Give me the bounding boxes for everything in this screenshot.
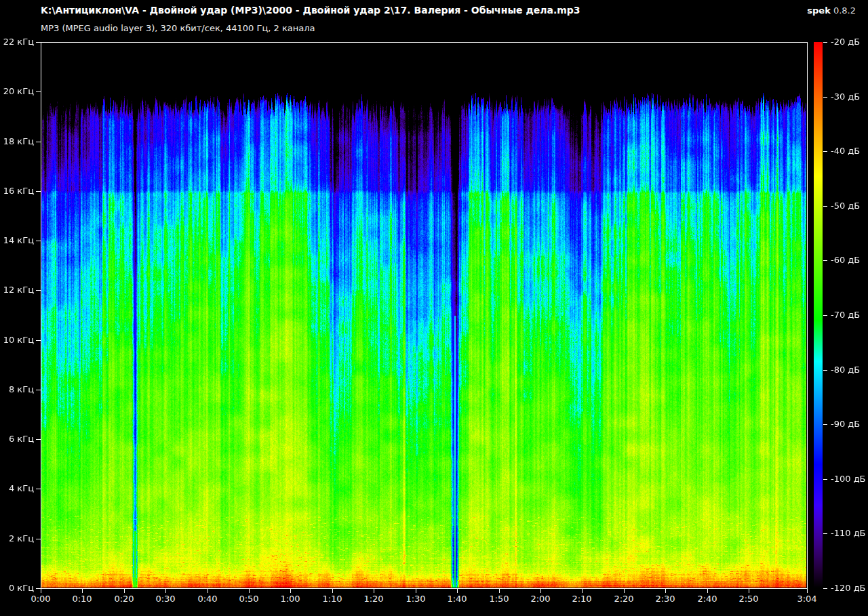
freq-tick-label: 12 кГц (1, 285, 34, 295)
db-tick (823, 315, 827, 316)
time-tick-label: 0:10 (67, 594, 97, 604)
freq-tick-label: 2 кГц (1, 534, 34, 543)
app-version-badge: spek 0.8.2 (807, 5, 856, 16)
time-tick (707, 589, 708, 593)
db-tick (823, 42, 827, 43)
db-tick (823, 424, 827, 425)
format-info: MP3 (MPEG audio layer 3), 320 кбит/сек, … (41, 23, 315, 33)
db-tick (823, 151, 827, 152)
time-tick-label: 1:50 (484, 594, 514, 604)
db-tick-label: -60 дБ (831, 255, 860, 265)
time-tick-label: 1:10 (317, 594, 347, 604)
freq-tick (36, 439, 41, 440)
time-tick-label: 0:40 (193, 594, 222, 604)
freq-tick (36, 241, 41, 241)
time-tick (807, 589, 808, 593)
time-tick (165, 589, 166, 593)
freq-tick-label: 22 кГц (1, 37, 34, 47)
db-tick-label: -20 дБ (831, 37, 860, 47)
time-tick (82, 589, 83, 593)
freq-tick-label: 16 кГц (1, 186, 34, 196)
time-tick-label: 3:04 (792, 594, 822, 604)
time-tick (624, 589, 625, 593)
time-tick-label: 2:40 (692, 594, 722, 604)
app-version-number: 0.8.2 (833, 5, 856, 16)
time-tick-label: 2:00 (526, 594, 555, 604)
db-tick-label: -50 дБ (831, 201, 860, 211)
time-tick-label: 1:30 (401, 594, 431, 604)
app-name: spek (807, 5, 831, 16)
time-tick (457, 589, 458, 593)
time-tick-label: 0:50 (234, 594, 264, 604)
freq-tick (36, 42, 41, 43)
db-tick (823, 206, 827, 207)
time-tick-label: 2:30 (650, 594, 680, 604)
freq-tick-label: 8 кГц (1, 385, 34, 394)
time-tick-label: 2:10 (567, 594, 597, 604)
freq-tick (36, 390, 41, 390)
time-tick-label: 2:20 (609, 594, 639, 604)
freq-tick-label: 10 кГц (1, 335, 34, 345)
time-tick (749, 589, 749, 593)
db-tick (823, 533, 827, 534)
db-tick (823, 479, 827, 480)
freq-tick-label: 20 кГц (1, 87, 34, 96)
db-tick-label: -90 дБ (831, 419, 860, 429)
spek-window: K:\Антициклон\VA - Двойной удар (MP3)\20… (0, 0, 868, 616)
time-tick-label: 1:00 (275, 594, 305, 604)
db-tick-label: -100 дБ (831, 474, 866, 484)
time-tick-label: 0:00 (26, 594, 56, 604)
db-tick-label: -70 дБ (831, 310, 860, 320)
freq-tick (36, 91, 41, 92)
time-tick (499, 589, 500, 593)
freq-tick (36, 539, 41, 539)
freq-tick (36, 191, 41, 192)
spectrogram-canvas (41, 43, 806, 588)
time-tick-label: 0:20 (109, 594, 139, 604)
colorbar-gradient (814, 42, 823, 588)
time-tick-label: 1:40 (442, 594, 472, 604)
time-tick-label: 2:50 (734, 594, 764, 604)
time-tick (374, 589, 374, 593)
time-tick (540, 589, 541, 593)
time-tick (290, 589, 291, 593)
freq-tick-label: 18 кГц (1, 137, 34, 146)
file-path-title: K:\Антициклон\VA - Двойной удар (MP3)\20… (41, 5, 580, 16)
freq-tick (36, 290, 41, 291)
time-tick-label: 0:30 (151, 594, 180, 604)
freq-tick (36, 142, 41, 142)
freq-tick-label: 0 кГц (1, 583, 34, 593)
db-tick (823, 97, 827, 98)
time-tick (249, 589, 250, 593)
freq-tick (36, 340, 41, 341)
time-tick (332, 589, 333, 593)
db-tick-label: -120 дБ (831, 583, 866, 593)
time-tick (124, 589, 125, 593)
freq-tick-label: 4 кГц (1, 484, 34, 493)
db-tick (823, 588, 827, 589)
time-tick (416, 589, 416, 593)
freq-tick (36, 489, 41, 489)
time-tick (41, 589, 41, 593)
freq-tick (36, 588, 41, 589)
time-tick-label: 1:20 (359, 594, 389, 604)
db-tick-label: -40 дБ (831, 146, 860, 156)
time-tick (582, 589, 583, 593)
db-tick-label: -30 дБ (831, 92, 860, 102)
freq-tick-label: 14 кГц (1, 236, 34, 245)
db-tick (823, 370, 827, 371)
freq-tick-label: 6 кГц (1, 434, 34, 444)
db-tick (823, 260, 827, 261)
db-tick-label: -110 дБ (831, 529, 866, 538)
time-tick (665, 589, 666, 593)
db-tick-label: -80 дБ (831, 365, 860, 375)
time-tick (208, 589, 208, 593)
